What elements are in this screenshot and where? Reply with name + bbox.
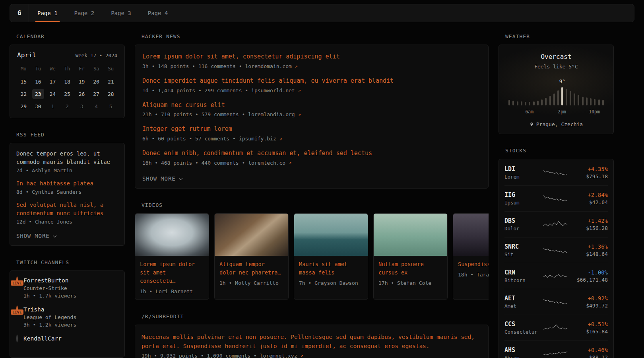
weather-location: Prague, Czechia — [506, 121, 606, 127]
weather-widget-title: WEATHER — [505, 33, 614, 39]
stock-change-percent: +0.92% — [571, 295, 608, 302]
calendar-day: 4 — [90, 101, 102, 111]
nav-tab[interactable]: Page 4 — [140, 4, 177, 22]
hackernews-domain-link[interactable]: loremtech.co — [248, 160, 285, 166]
weather-bar — [508, 100, 510, 105]
stock-row[interactable]: CRN Bitcorn -1.00% $66,171.48 — [504, 263, 608, 289]
weather-bar — [541, 99, 543, 105]
weather-bar-wrap — [602, 100, 604, 105]
calendar-weekday: Sa — [93, 66, 99, 72]
stock-sparkline — [543, 245, 568, 256]
hackernews-story-link[interactable]: Donec imperdiet augue tincidunt felis al… — [142, 77, 481, 86]
nav-tab[interactable]: Page 3 — [103, 4, 140, 22]
twitch-channel-name[interactable]: KendallCarr — [23, 335, 62, 342]
stock-row[interactable]: AHS Ahsum +0.46% $88.12 — [504, 340, 608, 358]
weather-bar-wrap — [590, 98, 592, 105]
video-card-body: Aliquam tempor dolor nec pharetra… 1h • … — [215, 256, 288, 291]
calendar-weekday: We — [50, 66, 55, 72]
calendar-weekday-row: MoTuWeThFrSaSu — [16, 66, 118, 72]
video-title-link[interactable]: Aliquam tempor dolor nec pharetra… — [219, 260, 283, 277]
hackernews-item-meta: 21h • 710 points • 579 comments • loreml… — [142, 111, 481, 117]
calendar-day: 19 — [76, 76, 88, 87]
calendar-week-info: Week 17 • 2024 — [76, 53, 117, 58]
video-thumbnail[interactable] — [374, 214, 447, 256]
twitch-channel-row[interactable]: KendallCarr — [16, 335, 118, 343]
hackernews-show-more-button[interactable]: SHOW MORE — [142, 175, 183, 182]
hackernews-story-link[interactable]: Integer eget rutrum lorem — [142, 125, 481, 134]
rss-widget: RSS FEED Donec tempor eros leo, ut commo… — [10, 132, 125, 246]
weather-bar-wrap — [537, 101, 539, 105]
video-card-body: Lorem ipsum dolor sit amet consectetu… 1… — [135, 256, 209, 300]
weather-bar-wrap — [512, 101, 514, 105]
twitch-channel-row[interactable]: LIVE Trisha League of Legends 3h • 1.2k … — [16, 306, 118, 328]
hackernews-story-link[interactable]: Donec enim nibh, condimentum et accumsan… — [142, 149, 481, 158]
nav-tab[interactable]: Page 2 — [66, 4, 103, 22]
video-title-link[interactable]: Lorem ipsum dolor sit amet consectetu… — [140, 260, 204, 285]
rss-show-more-button[interactable]: SHOW MORE — [16, 233, 57, 239]
video-meta: 17h • Stefan Cole — [378, 280, 442, 286]
chevron-down-icon — [52, 233, 57, 239]
twitch-channel-name[interactable]: Trisha — [23, 306, 76, 313]
weather-bar — [586, 97, 588, 105]
stock-values: +0.46% $88.12 — [571, 347, 608, 358]
subreddit-domain-link[interactable]: loremnet.xyz — [260, 353, 297, 358]
video-card-body: Nullam posuere cursus ex 17h • Stefan Co… — [374, 256, 447, 291]
stock-identity: AET Amet — [504, 295, 539, 309]
video-thumbnail[interactable] — [294, 214, 368, 256]
stock-price: $499.72 — [571, 303, 608, 309]
video-title-link[interactable]: Nullam posuere cursus ex — [378, 260, 442, 277]
calendar-day: 25 — [61, 89, 73, 99]
weather-bar — [598, 99, 600, 105]
hackernews-domain-link[interactable]: ipsumworld.net — [251, 88, 295, 93]
rss-item-link[interactable]: In hac habitasse platea — [16, 179, 118, 188]
stock-row[interactable]: CCS Consectetur +0.51% $165.84 — [504, 315, 608, 340]
twitch-channel-name[interactable]: ForrestBurton — [23, 277, 76, 284]
stock-price: $42.04 — [571, 199, 608, 205]
rss-card: Donec tempor eros leo, ut commodo mauris… — [10, 143, 125, 246]
hackernews-story-link[interactable]: Aliquam nec cursus elit — [142, 101, 481, 110]
weather-condition: Overcast — [506, 53, 606, 60]
rss-item: Sed volutpat nulla nisl, a condimentum n… — [16, 201, 118, 225]
video-card: Aliquam tempor dolor nec pharetra… 1h • … — [214, 213, 289, 300]
twitch-channel-row[interactable]: LIVE ForrestBurton Counter-Strike 1h • 1… — [16, 277, 118, 299]
video-title-link[interactable]: Suspendisse diam — [458, 260, 489, 268]
rss-item-link[interactable]: Donec tempor eros leo, ut commodo mauris… — [16, 150, 118, 166]
calendar-day: 16 — [32, 76, 44, 87]
middle-column: HACKER NEWS Lorem ipsum dolor sit amet, … — [135, 33, 489, 358]
app-logo[interactable]: G — [10, 4, 29, 22]
stock-change-percent: +2.84% — [571, 192, 608, 198]
hackernews-domain-link[interactable]: ipsumify.biz — [239, 136, 276, 142]
weather-time-label: 10pm — [589, 109, 600, 115]
video-thumbnail[interactable] — [453, 214, 489, 256]
stock-row[interactable]: DBS Dolor +1.42% $156.28 — [504, 211, 608, 237]
avatar[interactable] — [16, 335, 18, 342]
rss-item-link[interactable]: Sed volutpat nulla nisl, a condimentum n… — [16, 201, 118, 218]
stock-row[interactable]: LDI Lorem +4.35% $795.18 — [504, 160, 608, 185]
stock-identity: LDI Lorem — [504, 165, 539, 180]
hackernews-story-link[interactable]: Lorem ipsum dolor sit amet, consectetur … — [142, 53, 481, 61]
video-title-link[interactable]: Mauris sit amet massa felis — [299, 260, 363, 277]
weather-bar — [512, 101, 514, 105]
stock-row[interactable]: IIG Ipsum +2.84% $42.04 — [504, 185, 608, 211]
hackernews-domain-link[interactable]: loremdomain.com — [245, 63, 291, 69]
stock-sparkline — [543, 296, 568, 307]
calendar-day: 1 — [47, 101, 58, 111]
hackernews-meta-text: 21h • 710 points • 579 comments • — [142, 111, 245, 117]
video-thumbnail[interactable] — [135, 214, 209, 256]
stock-name: Ipsum — [504, 200, 539, 206]
stock-change-percent: +0.51% — [571, 321, 608, 327]
stocks-card: LDI Lorem +4.35% $795.18 IIG Ipsum — [499, 159, 614, 358]
weather-bar — [521, 101, 522, 105]
rss-item-meta: 7d • Ashlyn Martin — [16, 167, 118, 173]
subreddit-post-link[interactable]: Maecenas mollis pulvinar erat non posuer… — [142, 333, 482, 351]
video-thumbnail[interactable] — [215, 214, 288, 256]
stock-row[interactable]: SNRC Sit +1.36% $148.64 — [504, 237, 608, 263]
weather-bar-wrap — [533, 101, 535, 105]
hackernews-meta-text: 6h • 60 points • 57 comments • — [142, 136, 236, 142]
weather-bar — [574, 93, 575, 105]
stock-row[interactable]: AET Amet +0.92% $499.72 — [504, 289, 608, 315]
hackernews-item: Integer eget rutrum lorem 6h • 60 points… — [142, 125, 481, 142]
nav-tab[interactable]: Page 1 — [29, 4, 66, 22]
hackernews-domain-link[interactable]: loremlandia.org — [248, 111, 295, 117]
stock-identity: SNRC Sit — [504, 243, 539, 257]
